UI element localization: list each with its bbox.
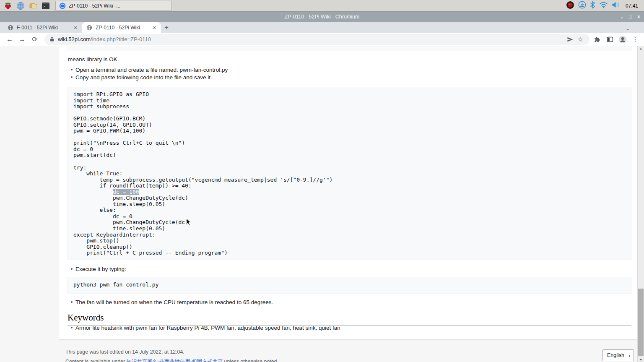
keywords-list-item: Armor lite heatsink with pwm fan for Ras… (71, 325, 340, 331)
tab-label: F-0011 - 52Pi Wiki (17, 25, 69, 31)
lock-icon (49, 36, 55, 42)
mouse-cursor (186, 218, 191, 226)
wifi-icon[interactable] (599, 1, 608, 10)
url-path: /index.php?title=ZP-0110 (91, 36, 151, 42)
tab-close-icon[interactable]: ✕ (151, 24, 158, 31)
terminal-icon[interactable]: >_ (40, 1, 51, 11)
license-suffix: unless otherwise noted. (223, 359, 278, 362)
tab-close-icon[interactable]: ✕ (72, 24, 79, 31)
tab-search-icon[interactable]: ⌄ (626, 26, 630, 31)
globe-favicon (8, 25, 13, 31)
language-label: English (607, 352, 624, 358)
code-after-selection: pwm.ChangeDutyCycle(dc) time.sleep(0.05)… (73, 195, 228, 256)
svg-text:>_: >_ (43, 4, 47, 8)
tab-zp0110[interactable]: ZP-0110 - 52Pi Wiki ✕ (82, 22, 161, 33)
web-browser-icon[interactable] (15, 1, 26, 11)
reload-button[interactable]: ⟳ (29, 34, 40, 45)
side-panel-icon[interactable] (605, 34, 615, 45)
license-prefix: Content is available under (65, 359, 127, 362)
last-edited-text: This page was last edited on 14 July 202… (65, 349, 184, 355)
tab-label: ZP-0110 - 52Pi Wiki (96, 25, 148, 31)
address-bar[interactable]: wiki.52pi.com/index.php?title=ZP-0110 ☆ (44, 34, 589, 45)
extensions-icon[interactable] (592, 34, 603, 45)
code-block-partial (68, 46, 631, 51)
bluetooth-icon[interactable] (590, 1, 595, 10)
file-manager-icon[interactable] (28, 1, 39, 11)
intro-text: means library is OK. (68, 56, 119, 63)
python-code-block: import RPi.GPIO as GPIO import time impo… (68, 87, 631, 260)
back-button[interactable]: ← (4, 34, 15, 45)
tab-strip: F-0011 - 52Pi Wiki ✕ ZP-0110 - 52Pi Wiki… (0, 22, 644, 33)
list-item: Copy and paste following code into the f… (71, 74, 212, 81)
send-to-device-icon[interactable] (565, 34, 575, 44)
taskbar-window-button[interactable]: ZP-0110 - 52Pi Wiki -... (55, 1, 172, 11)
maximize-button[interactable]: □ (629, 14, 632, 19)
article-content: means library is OK. Open a terminal and… (59, 46, 637, 340)
selected-code-text: dc = 100 (113, 189, 139, 195)
minimize-button[interactable]: ⌄ (620, 14, 624, 20)
language-selector-button[interactable]: English › (602, 349, 634, 361)
scrollbar-down-arrow[interactable]: ▼ (638, 358, 644, 361)
chevron-right-icon: › (628, 352, 630, 359)
forward-button[interactable]: → (17, 34, 28, 45)
raspberry-menu-icon[interactable] (3, 1, 13, 11)
license-link[interactable]: 知识共享署名-非商业性使用-相同方式共享 (127, 359, 223, 362)
run-command-block: python3 pwm-fan-control.py (68, 277, 631, 294)
clock: 07:41 (626, 3, 638, 9)
keywords-heading: Keywords (68, 313, 631, 326)
profile-avatar-icon[interactable] (617, 34, 628, 45)
scrollbar-up-arrow[interactable]: ▲ (638, 47, 644, 50)
code-before-selection: import RPi.GPIO as GPIO import time impo… (73, 91, 332, 195)
window-title: ZP-0110 - 52Pi Wiki - Chromium (285, 14, 360, 20)
new-tab-button[interactable]: + (161, 22, 172, 33)
list-item: Open a terminal and create a file named:… (71, 67, 228, 73)
bookmark-star-icon[interactable]: ☆ (575, 34, 585, 44)
close-button[interactable]: ✕ (637, 14, 641, 20)
tab-f0011[interactable]: F-0011 - 52Pi Wiki ✕ (3, 22, 82, 33)
license-text: Content is available under 知识共享署名-非商业性使用… (65, 358, 278, 362)
window-titlebar: ZP-0110 - 52Pi Wiki - Chromium ⌄ □ ✕ (0, 12, 644, 22)
wiki-page: means library is OK. Open a terminal and… (0, 46, 644, 362)
taskbar-window-label: ZP-0110 - 52Pi Wiki -... (69, 3, 120, 9)
url-host: wiki.52pi.com (58, 36, 91, 42)
list-item: The fan will be turned on when the CPU t… (71, 299, 273, 305)
globe-favicon (86, 25, 92, 31)
url-text: wiki.52pi.com/index.php?title=ZP-0110 (58, 36, 565, 42)
page-scrollbar[interactable]: ▲ ▼ (637, 46, 644, 362)
scrollbar-thumb[interactable] (638, 289, 644, 356)
os-taskbar: >_ ZP-0110 - 52Pi Wiki -... (0, 0, 644, 12)
list-item: Execute it by typing: (71, 266, 126, 272)
volume-icon[interactable] (612, 1, 620, 10)
menu-kebab-icon[interactable]: ⋮ (630, 34, 641, 45)
browser-toolbar: ← → ⟳ wiki.52pi.com/index.php?title=ZP-0… (0, 33, 644, 46)
camera-status-icon[interactable] (566, 1, 574, 11)
chromium-icon (59, 3, 66, 9)
updates-icon[interactable] (578, 1, 586, 10)
